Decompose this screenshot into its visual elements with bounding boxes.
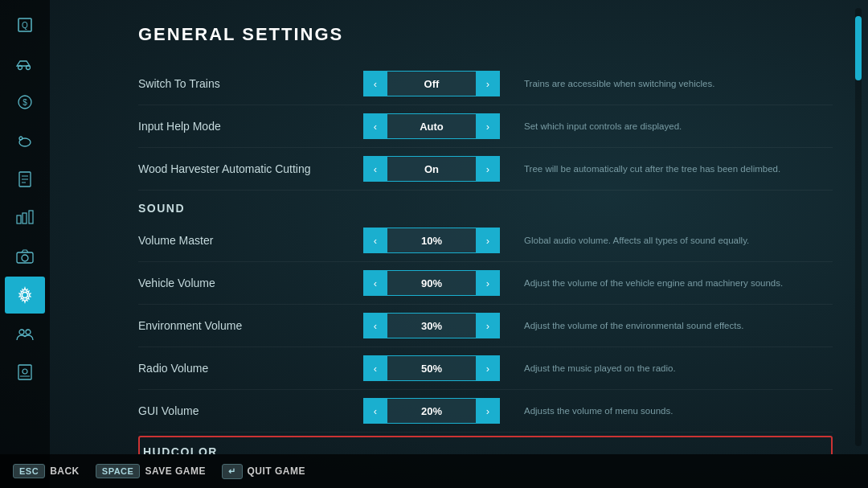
sidebar-item-vehicle[interactable] <box>5 45 45 82</box>
quit-label: QUIT GAME <box>248 465 306 477</box>
volume-master-value: 10% <box>387 228 476 253</box>
increase-vehicle-volume[interactable]: › <box>476 270 500 296</box>
decrease-vehicle-volume[interactable]: ‹ <box>363 270 387 296</box>
setting-row-radio-volume: Radio Volume ‹ 50% › Adjust the music pl… <box>138 347 833 390</box>
radio-volume-value: 50% <box>387 355 476 381</box>
setting-control: ‹ On › <box>363 156 500 182</box>
decrease-switch-to-trains[interactable]: ‹ <box>363 71 387 96</box>
setting-row-switch-to-trains: Switch To Trains ‹ Off › Trains are acce… <box>138 63 833 105</box>
sound-section-header: SOUND <box>138 191 833 219</box>
decrease-gui-volume[interactable]: ‹ <box>363 398 387 424</box>
decrease-input-help[interactable]: ‹ <box>363 113 387 139</box>
settings-panel: GENERAL SETTINGS Switch To Trains ‹ Off … <box>50 0 849 454</box>
setting-desc: Trains are accessible when switching veh… <box>524 77 833 90</box>
switch-to-trains-value: Off <box>387 71 476 96</box>
setting-row-gui-volume: GUI Volume ‹ 20% › Adjusts the volume of… <box>138 390 833 433</box>
sidebar-item-animals[interactable] <box>5 122 45 159</box>
setting-desc: Adjusts the volume of menu sounds. <box>524 404 833 417</box>
sidebar-item-multiplayer[interactable] <box>5 315 45 352</box>
page-title: GENERAL SETTINGS <box>138 24 833 45</box>
sidebar-item-help[interactable] <box>5 354 45 391</box>
setting-label: Environment Volume <box>138 319 363 332</box>
save-game-button[interactable]: SPACE SAVE GAME <box>96 464 206 478</box>
svg-point-18 <box>19 330 24 334</box>
svg-rect-12 <box>17 215 21 223</box>
setting-control: ‹ 90% › <box>363 270 500 296</box>
setting-desc: Tree will be automatically cut after the… <box>524 162 833 175</box>
svg-point-16 <box>22 255 28 261</box>
decrease-volume-master[interactable]: ‹ <box>363 228 387 253</box>
sidebar-item-missions[interactable] <box>5 161 45 198</box>
setting-label: GUI Volume <box>138 404 363 417</box>
wood-harvester-value: On <box>387 156 476 182</box>
quit-game-button[interactable]: ↵ QUIT GAME <box>222 464 305 479</box>
setting-row-env-volume: Environment Volume ‹ 30% › Adjust the vo… <box>138 305 833 347</box>
env-volume-value: 30% <box>387 313 476 338</box>
sidebar: Q $ <box>0 0 50 488</box>
setting-desc: Adjust the volume of the vehicle engine … <box>524 277 833 289</box>
setting-label: Volume Master <box>138 234 363 247</box>
back-label: BACK <box>50 465 80 477</box>
setting-desc: Adjust the music played on the radio. <box>524 362 833 375</box>
setting-desc: Adjust the volume of the environmental s… <box>524 319 833 332</box>
sidebar-item-production[interactable] <box>5 199 45 236</box>
setting-desc: Set which input controls are displayed. <box>524 120 833 133</box>
setting-row-input-help-mode: Input Help Mode ‹ Auto › Set which input… <box>138 105 833 148</box>
setting-control: ‹ 20% › <box>363 398 500 424</box>
svg-rect-20 <box>18 365 31 379</box>
sidebar-item-economy[interactable]: $ <box>5 84 45 121</box>
sidebar-item-camera[interactable] <box>5 238 45 275</box>
increase-radio-volume[interactable]: › <box>476 355 500 381</box>
increase-wood-harvester[interactable]: › <box>476 156 500 182</box>
settings-list: Switch To Trains ‹ Off › Trains are acce… <box>138 63 833 454</box>
sidebar-item-settings[interactable] <box>5 277 45 314</box>
svg-rect-13 <box>23 213 27 223</box>
decrease-env-volume[interactable]: ‹ <box>363 313 387 338</box>
input-help-value: Auto <box>387 113 476 139</box>
back-button[interactable]: ESC BACK <box>13 464 80 478</box>
increase-gui-volume[interactable]: › <box>476 398 500 424</box>
setting-label: Vehicle Volume <box>138 277 363 289</box>
setting-label: Input Help Mode <box>138 120 363 133</box>
bottom-bar: ESC BACK SPACE SAVE GAME ↵ QUIT GAME <box>0 454 868 488</box>
decrease-wood-harvester[interactable]: ‹ <box>363 156 387 182</box>
setting-control: ‹ 30% › <box>363 313 500 338</box>
save-key: SPACE <box>96 464 141 478</box>
scrollbar-thumb[interactable] <box>855 16 862 80</box>
main-content: GENERAL SETTINGS Switch To Trains ‹ Off … <box>50 0 868 454</box>
increase-switch-to-trains[interactable]: › <box>476 71 500 96</box>
setting-label: Switch To Trains <box>138 77 363 90</box>
setting-row-vehicle-volume: Vehicle Volume ‹ 90% › Adjust the volume… <box>138 262 833 305</box>
quit-key: ↵ <box>222 464 243 479</box>
hudcolor-section-header: HUDCOLOR <box>140 442 831 454</box>
setting-control: ‹ 10% › <box>363 228 500 253</box>
setting-label: Wood Harvester Automatic Cutting <box>138 162 363 175</box>
decrease-radio-volume[interactable]: ‹ <box>363 355 387 381</box>
svg-text:Q: Q <box>22 21 28 30</box>
svg-point-19 <box>26 330 31 334</box>
svg-rect-14 <box>29 211 33 223</box>
setting-control: ‹ 50% › <box>363 355 500 381</box>
setting-row-volume-master: Volume Master ‹ 10% › Global audio volum… <box>138 219 833 262</box>
gui-volume-value: 20% <box>387 398 476 424</box>
increase-volume-master[interactable]: › <box>476 228 500 253</box>
sidebar-item-map[interactable]: Q <box>5 6 45 43</box>
setting-desc: Global audio volume. Affects all types o… <box>524 234 833 247</box>
setting-row-wood-harvester: Wood Harvester Automatic Cutting ‹ On › … <box>138 148 833 191</box>
svg-point-7 <box>19 137 23 140</box>
hudcolor-section: HUDCOLOR Hud color (Restart of the save … <box>138 436 833 454</box>
svg-point-17 <box>23 293 28 298</box>
increase-input-help[interactable]: › <box>476 113 500 139</box>
vehicle-volume-value: 90% <box>387 270 476 296</box>
increase-env-volume[interactable]: › <box>476 313 500 338</box>
save-label: SAVE GAME <box>145 465 206 477</box>
svg-text:$: $ <box>23 98 27 107</box>
back-key: ESC <box>13 464 45 478</box>
scrollbar-track[interactable] <box>855 8 862 446</box>
setting-label: Radio Volume <box>138 362 363 375</box>
svg-point-21 <box>23 369 27 374</box>
setting-control: ‹ Off › <box>363 71 500 96</box>
setting-control: ‹ Auto › <box>363 113 500 139</box>
